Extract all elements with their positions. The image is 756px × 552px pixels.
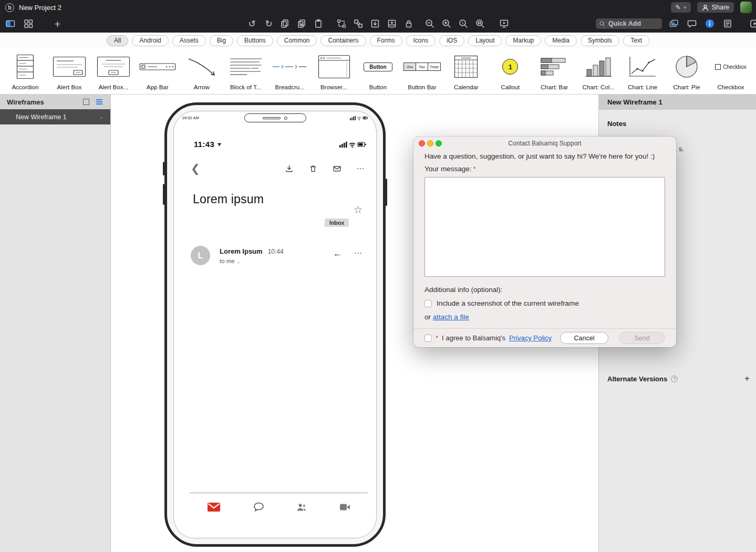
tab-symbols[interactable]: Symbols (581, 35, 619, 46)
ungroup-button[interactable] (352, 17, 364, 30)
sidebar-item-new-wireframe-1[interactable]: New Wireframe 1 ⌄ (0, 109, 110, 124)
assets-library-button[interactable] (668, 17, 680, 30)
library-item-chart-bar[interactable]: Chart: Bar (532, 50, 576, 94)
send-button[interactable]: Send (619, 332, 665, 344)
clipboard-icon (313, 18, 324, 29)
minimize-button[interactable] (427, 140, 433, 147)
phone-notch (244, 113, 306, 122)
library-item-chart-pie[interactable]: Chart: Pie (665, 50, 709, 94)
agree-checkbox[interactable] (424, 335, 432, 342)
video-icon (339, 503, 350, 511)
library-item-alert-box-2[interactable]: Alert Box... (91, 50, 136, 94)
tab-text[interactable]: Text (623, 35, 649, 46)
library-item-chart-column[interactable]: Chart: Col... (576, 50, 620, 94)
message-textarea[interactable] (424, 177, 665, 277)
required-asterisk: * (473, 165, 476, 173)
copy-button[interactable] (278, 17, 291, 30)
tab-layout[interactable]: Layout (468, 35, 502, 46)
alternate-versions-label: Alternate Versions (607, 375, 667, 383)
tab-containers[interactable]: Containers (320, 35, 366, 46)
plus-icon: + (54, 18, 60, 29)
cancel-button[interactable]: Cancel (560, 332, 608, 344)
overflow-icon: ⋯ (356, 164, 365, 173)
present-button[interactable] (749, 17, 756, 30)
tab-big[interactable]: Big (210, 35, 233, 46)
category-tabs: All Android Assets Big Buttons Common Co… (0, 33, 756, 48)
paste-button[interactable] (312, 17, 324, 30)
privacy-policy-link[interactable]: Privacy Policy (509, 334, 552, 342)
zoom-in-button[interactable] (440, 17, 452, 30)
library-item-button-bar[interactable]: OneTwoThree Button Bar (400, 50, 444, 94)
tab-buttons[interactable]: Buttons (237, 35, 273, 46)
library-item-block-of-text[interactable]: Block of T... (224, 50, 268, 94)
dock-bottom-button[interactable] (386, 17, 398, 30)
preview-button[interactable] (498, 17, 510, 30)
info-icon (705, 18, 715, 29)
chevron-down-icon[interactable]: ⌄ (99, 113, 104, 120)
import-image-button[interactable] (369, 17, 381, 30)
library-item-button[interactable]: Button Button (356, 50, 400, 94)
email-subject: Lorem ipsum (193, 192, 264, 206)
zoom-fit-button[interactable] (474, 17, 486, 30)
thumbnail-view-button[interactable] (82, 98, 90, 106)
iphone-wireframe[interactable]: 09:52 AM 11:43 ➤ (164, 102, 386, 547)
tab-icons[interactable]: Icons (406, 35, 436, 46)
library-item-arrow[interactable]: Arrow (180, 50, 224, 94)
attach-file-link[interactable]: attach a file (433, 313, 469, 321)
share-button[interactable]: Share (697, 2, 734, 13)
lock-button[interactable] (402, 17, 415, 30)
edit-mode-button[interactable]: ✎ ▾ (671, 2, 691, 13)
undo-button[interactable]: ↺ (246, 17, 258, 30)
add-wireframe-button[interactable]: + (51, 17, 64, 30)
library-item-calendar[interactable]: Calendar (444, 50, 488, 94)
tab-markup[interactable]: Markup (505, 35, 541, 46)
reply-icon: ← (333, 248, 342, 259)
breadcrumbs-preview (272, 53, 308, 81)
email-wireframe[interactable]: 11:43 ➤ ❮ (190, 139, 368, 538)
tab-media[interactable]: Media (545, 35, 577, 46)
library-item-checkbox[interactable]: Checkbox Checkbox (709, 50, 753, 94)
grid-view-button[interactable] (22, 17, 34, 30)
comments-button[interactable] (686, 17, 698, 30)
list-view-button[interactable] (95, 98, 103, 106)
library-item-browser-window[interactable]: Browser... (312, 50, 356, 94)
dialog-footer: * I agree to Balsamiq's Privacy Policy C… (413, 328, 676, 347)
redo-button[interactable]: ↻ (263, 17, 275, 30)
user-avatar[interactable] (740, 2, 752, 13)
image-import-icon (370, 18, 380, 29)
library-item-callout[interactable]: 1 Callout (488, 50, 532, 94)
tab-ios[interactable]: iOS (439, 35, 464, 46)
library-item-alert-box[interactable]: Alert Box (47, 50, 91, 94)
arrow-preview (186, 53, 218, 81)
phone-screen: 09:52 AM 11:43 ➤ (173, 111, 377, 538)
zoom-actual-size-button[interactable]: 1 (457, 17, 469, 30)
tab-all[interactable]: All (107, 35, 128, 46)
close-button[interactable] (419, 140, 425, 147)
library-item-app-bar[interactable]: App Bar (136, 50, 180, 94)
block-of-text-preview (229, 53, 263, 81)
library-item-accordion[interactable]: Accordion (3, 50, 47, 94)
library-item-breadcrumbs[interactable]: Breadcru... (268, 50, 312, 94)
zoom-out-button[interactable] (423, 17, 436, 30)
toggle-library-panel-button[interactable] (4, 17, 16, 30)
dialog-title: Contact Balsamiq Support (413, 137, 676, 150)
sender-avatar: L (191, 246, 210, 265)
tab-assets[interactable]: Assets (172, 35, 206, 46)
archive-download-icon (284, 164, 294, 174)
library-item-chart-line[interactable]: Chart: Line (620, 50, 665, 94)
tab-common[interactable]: Common (277, 35, 317, 46)
zoom-window-button[interactable] (436, 140, 442, 147)
additional-info-label: Additional info (optional): (424, 286, 503, 294)
recipient-chevron-icon: ⌄ (236, 259, 241, 264)
notes-panel-button[interactable] (721, 17, 733, 30)
tab-android[interactable]: Android (132, 35, 168, 46)
project-info-button[interactable] (703, 17, 716, 30)
add-alternate-version-button[interactable]: + (744, 373, 750, 384)
screenshot-checkbox[interactable] (424, 300, 432, 307)
tab-forms[interactable]: Forms (370, 35, 402, 46)
phone-power-button (386, 179, 387, 206)
help-icon[interactable]: ? (671, 376, 678, 382)
duplicate-button[interactable] (295, 17, 307, 30)
group-button[interactable] (335, 17, 347, 30)
images-stack-icon (668, 18, 679, 29)
